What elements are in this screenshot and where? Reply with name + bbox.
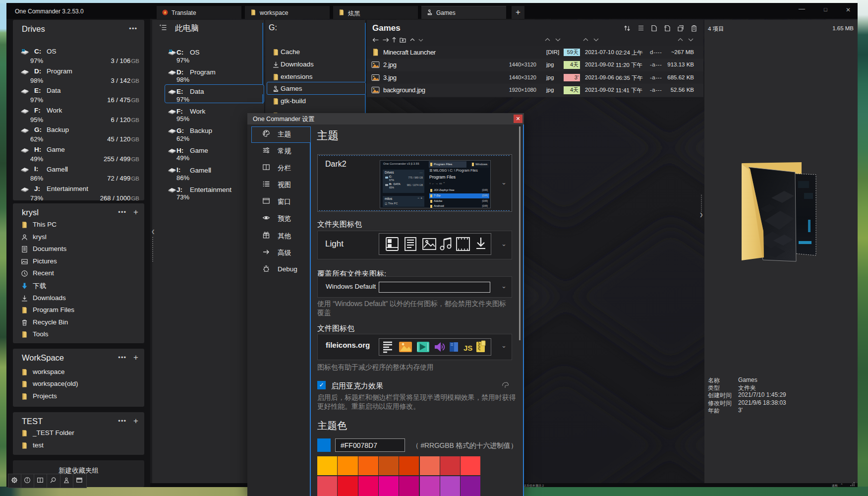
svg-text:JS: JS bbox=[463, 344, 472, 352]
